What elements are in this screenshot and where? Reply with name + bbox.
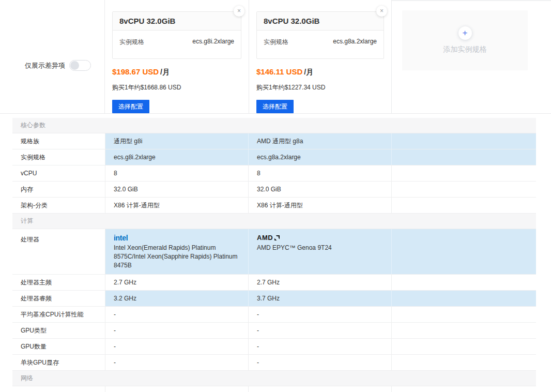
cell-empty (392, 149, 536, 165)
price-value: $146.11 USD (256, 67, 302, 76)
price-value: $198.67 USD (112, 67, 159, 76)
comparison-header: 仅展示差异项 × 8vCPU 32.0GiB 实例规格 ecs.g8i.2xla… (0, 0, 551, 114)
row-label: 单块GPU显存 (12, 355, 105, 370)
table-row-gpu-type: GPU类型 - - (12, 323, 536, 339)
toggle-knob-icon (70, 61, 79, 70)
cell-empty (392, 291, 536, 306)
spec-value: ecs.g8a.2xlarge (333, 38, 377, 47)
cell-empty (392, 229, 536, 274)
cell-instance1: - (105, 323, 249, 338)
cell-instance1: ecs.g8i.2xlarge (105, 149, 249, 165)
cell-instance1: 32.0 GiB (105, 182, 249, 197)
row-label (12, 386, 105, 392)
section-title: 核心参数 (21, 121, 45, 130)
row-label: 架构-分类 (12, 198, 105, 213)
row-label: 处理器 (12, 229, 105, 274)
cell-instance2: - (249, 339, 392, 354)
instance-card-1: × 8vCPU 32.0GiB 实例规格 ecs.g8i.2xlarge $19… (105, 0, 249, 113)
cell-instance2: - (249, 355, 392, 370)
cell-instance2 (249, 386, 392, 392)
section-title: 计算 (21, 217, 33, 225)
plus-icon: + (458, 26, 472, 40)
amd-logo-text: AMD (257, 234, 273, 242)
cell-instance2: 2.7 GHz (249, 275, 392, 290)
cell-instance1: - (105, 307, 249, 322)
cell-instance1: - (105, 355, 249, 370)
cell-instance1 (105, 386, 249, 392)
row-label: 处理器主频 (12, 275, 105, 290)
add-column: + 添加实例规格 (392, 0, 551, 113)
close-icon[interactable]: × (234, 6, 244, 17)
cell-processor-intel: intel Intel Xeon(Emerald Rapids) Platinu… (105, 229, 249, 274)
price-unit: /月 (160, 68, 170, 76)
row-label: 规格族 (12, 133, 105, 149)
add-instance-card[interactable]: + 添加实例规格 (402, 10, 528, 70)
row-label: 内存 (12, 182, 105, 197)
price-line: $198.67 USD/月 (112, 67, 241, 77)
section-header-compute: 计算 (12, 214, 536, 229)
cell-empty (392, 133, 536, 149)
row-label: GPU数量 (12, 339, 105, 354)
cell-empty (392, 198, 536, 213)
cell-instance1: - (105, 339, 249, 354)
price-unit: /月 (304, 68, 313, 76)
toggle-column: 仅展示差异项 (0, 0, 105, 113)
table-row-arch: 架构-分类 X86 计算-通用型 X86 计算-通用型 (12, 198, 536, 214)
card-title: 8vCPU 32.0GiB (257, 12, 384, 31)
cell-instance2: - (249, 323, 392, 338)
add-instance-label: 添加实例规格 (443, 45, 487, 54)
table-row-memory: 内存 32.0 GiB 32.0 GiB (12, 182, 536, 198)
cell-empty (392, 307, 536, 322)
diff-toggle-switch[interactable] (69, 60, 91, 71)
processor-name: Intel Xeon(Emerald Rapids) Platinum 8575… (114, 244, 241, 270)
section-title: 网络 (21, 374, 33, 383)
card-title: 8vCPU 32.0GiB (113, 12, 241, 31)
spec-row: 实例规格 ecs.g8i.2xlarge (113, 31, 241, 58)
cell-instance2: 8 (249, 165, 392, 181)
table-row-base-freq: 处理器主频 2.7 GHz 2.7 GHz (12, 275, 536, 291)
price-line: $146.11 USD/月 (256, 67, 384, 77)
section-header-network: 网络 (12, 371, 536, 386)
row-label: vCPU (12, 165, 105, 181)
spec-label: 实例规格 (264, 38, 288, 47)
row-label: 实例规格 (12, 149, 105, 165)
cell-empty (392, 275, 536, 290)
intel-logo: intel (114, 234, 128, 242)
spec-label: 实例规格 (119, 38, 144, 47)
table-row-gpu-memory: 单块GPU显存 - - (12, 355, 536, 371)
section-header-core: 核心参数 (12, 118, 536, 133)
select-config-button[interactable]: 选择配置 (112, 100, 149, 113)
cell-instance2: 3.7 GHz (249, 291, 392, 306)
select-config-button[interactable]: 选择配置 (256, 100, 294, 113)
spec-value: ecs.g8i.2xlarge (192, 38, 234, 47)
row-label: GPU类型 (12, 323, 105, 338)
spec-row: 实例规格 ecs.g8a.2xlarge (257, 31, 384, 58)
cell-empty (392, 165, 536, 181)
diff-toggle-label: 仅展示差异项 (25, 61, 65, 70)
table-row-spec-family: 规格族 通用型 g8i AMD 通用型 g8a (12, 133, 536, 149)
spec-box-2: 8vCPU 32.0GiB 实例规格 ecs.g8a.2xlarge (256, 11, 384, 59)
cell-instance2: AMD 通用型 g8a (249, 133, 392, 149)
cell-instance1: 8 (105, 165, 249, 181)
cell-instance1: 3.2 GHz (105, 291, 249, 306)
table-row-gpu-count: GPU数量 - - (12, 339, 536, 355)
cell-instance2: 32.0 GiB (249, 182, 392, 197)
row-label: 平均基准CPU计算性能 (12, 307, 105, 322)
cell-instance2: - (249, 307, 392, 322)
table-row-partial (12, 386, 536, 392)
cell-empty (392, 323, 536, 338)
cell-empty (392, 339, 536, 354)
table-row-vcpu: vCPU 8 8 (12, 165, 536, 182)
instance-card-2: × 8vCPU 32.0GiB 实例规格 ecs.g8a.2xlarge $14… (249, 0, 392, 113)
yearly-note: 购买1年约$1227.34 USD (256, 83, 384, 92)
diff-toggle-row: 仅展示差异项 (25, 60, 91, 71)
cell-empty (392, 355, 536, 370)
spec-box-1: 8vCPU 32.0GiB 实例规格 ecs.g8i.2xlarge (112, 11, 241, 59)
close-icon[interactable]: × (376, 6, 387, 17)
cell-instance1: 通用型 g8i (105, 133, 249, 149)
processor-name: AMD EPYC™ Genoa 9T24 (257, 244, 384, 252)
yearly-note: 购买1年约$1668.86 USD (112, 83, 241, 92)
cell-empty (392, 182, 536, 197)
cell-empty (392, 386, 536, 392)
comparison-table: 核心参数 规格族 通用型 g8i AMD 通用型 g8a 实例规格 ecs.g8… (12, 118, 536, 392)
